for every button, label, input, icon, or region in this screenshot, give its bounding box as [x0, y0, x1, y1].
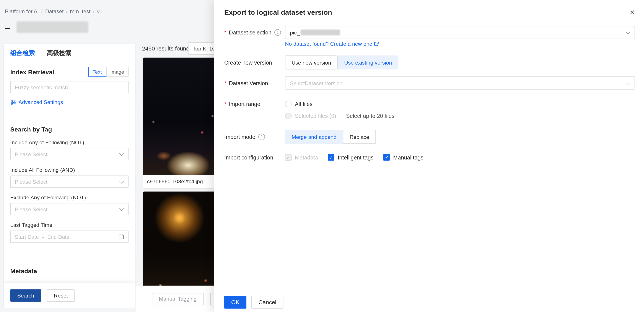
last-tagged-time-label: Last Tagged Time [10, 222, 128, 228]
dataset-selection-select[interactable]: pic_ [285, 26, 635, 39]
chevron-down-icon [626, 30, 630, 34]
intelligent-tags-label: Intelligent tags [338, 154, 374, 160]
mode-image-button[interactable]: Image [106, 67, 129, 77]
label-text: Dataset Version [229, 80, 268, 86]
exclude-any-select[interactable]: Please Select [10, 203, 128, 215]
redacted-dataset-name [300, 30, 340, 36]
tab-divider [41, 50, 41, 56]
chevron-down-icon [119, 151, 124, 156]
tab-advanced-search[interactable]: 高级检索 [47, 49, 72, 57]
sidebar-tabs: 组合检索 高级检索 [10, 49, 128, 57]
include-all-select[interactable]: Please Select [10, 175, 128, 188]
create-new-version-row: Create new version Use new version Use e… [224, 56, 635, 69]
tab-combined-search[interactable]: 组合检索 [10, 49, 35, 57]
close-icon[interactable]: ✕ [630, 9, 635, 17]
redacted-page-title [16, 22, 88, 33]
breadcrumb-item-current: v1 [97, 8, 102, 14]
breadcrumb: Platform for AI / Dataset / mm_test / v1 [5, 8, 103, 14]
index-retrieval-title: Index Retrieval [10, 69, 54, 75]
import-mode-row: Import mode ? Merge and append Replace [224, 130, 635, 143]
breadcrumb-separator: / [66, 8, 68, 14]
external-link-icon [374, 41, 380, 46]
field-label: Exclude Any of Following (NOT) [10, 194, 128, 200]
chevron-down-icon [119, 179, 124, 183]
label-text: Import mode [224, 134, 256, 140]
ok-button[interactable]: OK [224, 296, 247, 308]
dataset-version-row: * Dataset Version SelectDataset Version [224, 77, 635, 90]
reset-button[interactable]: Reset [47, 289, 75, 301]
cancel-button[interactable]: Cancel [252, 296, 283, 308]
import-configuration-label: Import configuration [224, 154, 285, 160]
info-icon[interactable]: ? [274, 29, 281, 36]
selected-files-hint: Select up to 20 files [346, 113, 394, 119]
include-any-select[interactable]: Please Select [10, 148, 128, 160]
breadcrumb-separator: / [93, 8, 94, 14]
breadcrumb-item[interactable]: mm_test [70, 8, 90, 14]
manual-tags-label: Manual tags [393, 154, 423, 160]
start-date-placeholder: Start Date [15, 234, 39, 240]
mode-text-button[interactable]: Text [88, 67, 106, 77]
results-count: 2450 results found [142, 45, 190, 52]
sidebar-footer: Search Reset [4, 283, 135, 308]
selected-files-label: Selected files (0) [295, 113, 336, 119]
required-marker: * [224, 30, 226, 36]
drawer-footer: OK Cancel [214, 292, 644, 312]
required-marker: * [224, 80, 226, 86]
select-placeholder: Please Select [15, 151, 48, 157]
all-files-radio[interactable] [285, 101, 292, 107]
manual-tags-checkbox[interactable]: ✓ [383, 154, 390, 161]
breadcrumb-separator: / [41, 8, 43, 14]
label-text: Create new version [224, 59, 272, 66]
merge-append-button[interactable]: Merge and append [285, 130, 343, 144]
end-date-placeholder: End Date [47, 234, 70, 240]
label-text: Dataset selection [229, 30, 271, 36]
import-range-row2: Selected files (0) Select up to 20 files [224, 111, 635, 121]
export-drawer: Export to logical dataset version ✕ * Da… [214, 0, 644, 312]
dataset-selection-row: * Dataset selection ? pic_ [224, 26, 635, 39]
import-configuration-row: Import configuration ✓ Metadata ✓ Intell… [224, 151, 635, 164]
select-placeholder: Please Select [15, 179, 48, 185]
dataset-selection-label: * Dataset selection ? [224, 29, 285, 36]
info-icon[interactable]: ? [258, 133, 265, 140]
sliders-icon [10, 99, 16, 105]
advanced-settings-link[interactable]: Advanced Settings [10, 99, 128, 105]
selected-files-radio [285, 113, 292, 119]
required-marker: * [224, 101, 226, 107]
date-separator: - [42, 234, 44, 240]
chevron-down-icon [626, 80, 630, 85]
replace-button[interactable]: Replace [343, 130, 376, 144]
field-label: Include Any of Following (NOT) [10, 139, 128, 145]
label-text: Import configuration [224, 154, 273, 160]
use-new-version-button[interactable]: Use new version [285, 56, 338, 69]
field-label: Include All Following (AND) [10, 167, 128, 173]
search-button[interactable]: Search [10, 289, 41, 301]
dataset-version-select[interactable]: SelectDataset Version [285, 77, 635, 90]
create-new-version-label: Create new version [224, 59, 285, 66]
use-existing-version-button[interactable]: Use existing version [338, 56, 398, 69]
chevron-down-icon [119, 206, 124, 211]
drawer-title: Export to logical dataset version [224, 9, 332, 17]
intelligent-tags-checkbox[interactable]: ✓ [328, 154, 334, 161]
search-input[interactable] [10, 81, 128, 93]
create-dataset-link[interactable]: No dataset found? Create a new one [285, 41, 379, 47]
label-text: Import range [229, 101, 260, 107]
select-placeholder: Please Select [15, 206, 48, 212]
metadata-section-title: Metadata [10, 267, 128, 274]
back-icon[interactable]: ← [3, 22, 12, 33]
create-dataset-link-text: No dataset found? Create a new one [285, 41, 372, 47]
metadata-checkbox: ✓ [285, 154, 292, 161]
search-sidebar: 组合检索 高级检索 Index Retrieval Text Image [3, 43, 136, 308]
version-segmented-control: Use new version Use existing version [285, 56, 635, 69]
import-mode-label: Import mode ? [224, 133, 285, 140]
all-files-label: All files [295, 101, 312, 107]
import-mode-segmented-control: Merge and append Replace [285, 130, 635, 144]
breadcrumb-item[interactable]: Platform for AI [5, 8, 39, 14]
manual-tagging-button[interactable]: Manual Tagging [152, 293, 204, 305]
dataset-version-label: * Dataset Version [224, 80, 285, 86]
retrieval-mode-toggle: Text Image [88, 67, 129, 77]
search-by-tag-title: Search by Tag [10, 126, 128, 133]
import-range-label: * Import range [224, 101, 285, 107]
app-root: Platform for AI / Dataset / mm_test / v1… [0, 0, 644, 312]
breadcrumb-item[interactable]: Dataset [45, 8, 64, 14]
date-range-picker[interactable]: Start Date - End Date [10, 230, 128, 243]
